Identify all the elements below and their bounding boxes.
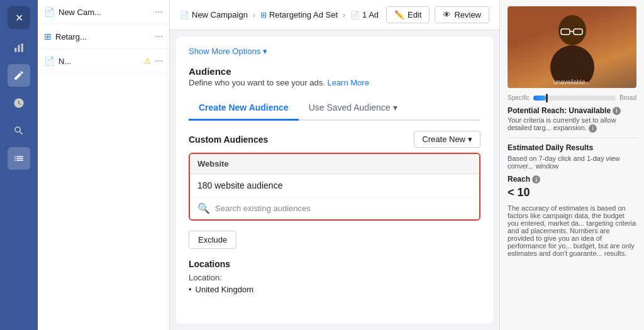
adset-icon: ⊞: [44, 31, 52, 41]
content-body: Show More Options ▾ Audience Define who …: [176, 36, 493, 324]
sidebar-icons: ✕: [0, 0, 38, 330]
search-audiences-placeholder: Search existing audiences: [215, 204, 311, 213]
svg-rect-2: [21, 43, 23, 52]
audience-dropdown: Website 180 website audience 🔍 Search ex…: [189, 153, 480, 221]
campaign-item-1[interactable]: ⊞ Retarg... ···: [38, 25, 169, 49]
clock-icon[interactable]: [8, 92, 30, 114]
estimated-daily-title: Estimated Daily Results: [508, 143, 636, 152]
divider-1: [508, 138, 636, 138]
chevron-create-icon: ▾: [468, 135, 472, 144]
potential-reach-desc-info-icon[interactable]: i: [589, 124, 597, 133]
reach-bar: [533, 96, 616, 101]
create-new-button[interactable]: Create New ▾: [414, 131, 480, 148]
ad-file-icon: 📄: [44, 56, 55, 66]
search-magnify-icon[interactable]: [8, 119, 30, 142]
audience-dropdown-item[interactable]: 180 website audience: [190, 174, 479, 197]
right-panel: unavailable... Specific Broad Potential …: [499, 0, 644, 330]
main-content: 📄 New Campaign › ⊞ Retargeting Ad Set › …: [170, 0, 499, 330]
chevron-saved-icon: ▾: [393, 102, 397, 113]
reach-bar-fill: [533, 96, 546, 101]
audience-description: Define who you want to see your ads. Lea…: [189, 78, 480, 87]
close-icon[interactable]: ✕: [8, 6, 30, 29]
potential-reach-label: Potential Reach: Unavailable: [508, 106, 611, 115]
video-unavailable-text: unavailable...: [508, 79, 636, 85]
reach-needle: [546, 94, 548, 102]
breadcrumb-sep-1: ›: [253, 11, 255, 19]
campaign-item-label-1: Retarg...: [55, 32, 151, 41]
campaign-item-more-0[interactable]: ···: [155, 6, 163, 18]
reach-value: < 10: [508, 186, 636, 199]
campaign-item-0[interactable]: 📄 New Cam... ···: [38, 0, 169, 25]
edit-button[interactable]: ✏️ Edit: [386, 6, 430, 23]
campaign-item-more-2[interactable]: ···: [155, 55, 163, 67]
reach-info-icon[interactable]: i: [532, 175, 540, 184]
tab-use-saved-audience[interactable]: Use Saved Audience ▾: [299, 97, 408, 121]
top-bar: 📄 New Campaign › ⊞ Retargeting Ad Set › …: [170, 0, 499, 30]
audience-search[interactable]: 🔍 Search existing audiences: [190, 197, 479, 219]
svg-rect-4: [550, 45, 594, 82]
breadcrumb-adset[interactable]: ⊞ Retargeting Ad Set: [260, 10, 338, 19]
breadcrumb-campaign-label: New Campaign: [192, 10, 248, 19]
breadcrumb-adset-label: Retargeting Ad Set: [269, 10, 338, 19]
review-label: Review: [454, 10, 481, 19]
breadcrumb-ad-label: 1 Ad: [362, 10, 379, 19]
disclaimer-text: The accuracy of estimates is based on fa…: [508, 204, 636, 257]
campaign-breadcrumb-icon: 📄: [180, 11, 189, 19]
reach-meter: Specific Broad: [508, 94, 636, 101]
campaign-item-more-1[interactable]: ···: [155, 31, 163, 42]
breadcrumb-campaign[interactable]: 📄 New Campaign: [180, 10, 248, 19]
top-bar-actions: ✏️ Edit 👁 Review: [386, 6, 489, 23]
custom-audiences-header: Custom Audiences Create New ▾: [189, 131, 480, 148]
campaign-item-label-0: New Cam...: [58, 8, 151, 17]
search-audiences-icon: 🔍: [197, 202, 210, 214]
warning-icon: ⚠: [144, 57, 151, 65]
show-more-options[interactable]: Show More Options ▾: [189, 47, 480, 56]
ad-breadcrumb-icon: 📄: [350, 11, 360, 19]
campaign-item-2[interactable]: 📄 N... ⚠ ···: [38, 49, 169, 74]
location-value-text: United Kingdom: [196, 285, 254, 294]
edit-icon[interactable]: [8, 64, 30, 87]
locations-sub: Location:: [189, 273, 480, 282]
list-icon[interactable]: [8, 147, 30, 170]
svg-rect-0: [14, 48, 16, 52]
eye-icon: 👁: [443, 10, 451, 19]
create-new-label: Create New: [422, 135, 465, 144]
exclude-button[interactable]: Exclude: [189, 231, 236, 249]
chart-icon[interactable]: [8, 36, 30, 59]
potential-reach-desc: Your criteria is currently set to allow …: [508, 116, 636, 133]
review-button[interactable]: 👁 Review: [435, 6, 489, 23]
breadcrumb-sep-2: ›: [343, 11, 345, 19]
locations-value: • United Kingdom: [189, 285, 480, 294]
edit-label: Edit: [408, 10, 421, 19]
specific-label: Specific: [508, 94, 530, 101]
video-box: unavailable...: [508, 6, 636, 88]
audience-title: Audience: [189, 66, 480, 77]
campaign-item-label-2: N...: [58, 57, 140, 66]
chevron-down-icon: ▾: [263, 47, 267, 56]
pencil-icon: ✏️: [394, 10, 404, 19]
audience-dropdown-header: Website: [190, 154, 479, 174]
audience-tabs: Create New Audience Use Saved Audience ▾: [189, 97, 480, 121]
reach-label: Reach i: [508, 175, 636, 184]
broad-label: Broad: [619, 94, 636, 101]
bullet-icon: •: [189, 285, 192, 294]
potential-reach: Potential Reach: Unavailable i: [508, 106, 636, 115]
video-person: [508, 6, 636, 88]
campaign-panel: 📄 New Cam... ··· ⊞ Retarg... ··· 📄 N... …: [38, 0, 170, 330]
custom-audiences-label: Custom Audiences: [189, 135, 268, 145]
show-more-label: Show More Options: [189, 47, 260, 56]
campaign-file-icon: 📄: [44, 7, 55, 17]
tab-create-new-audience[interactable]: Create New Audience: [189, 97, 299, 121]
adset-breadcrumb-icon: ⊞: [260, 11, 267, 19]
potential-reach-info-icon[interactable]: i: [613, 107, 621, 115]
locations-section: Locations Location: • United Kingdom: [189, 259, 480, 294]
estimated-daily-desc: Based on 7-day click and 1-day view conv…: [508, 155, 636, 170]
learn-more-link[interactable]: Learn More: [327, 78, 369, 87]
breadcrumb-ad[interactable]: 📄 1 Ad: [350, 10, 379, 19]
locations-title: Locations: [189, 259, 480, 269]
svg-rect-1: [18, 45, 20, 52]
